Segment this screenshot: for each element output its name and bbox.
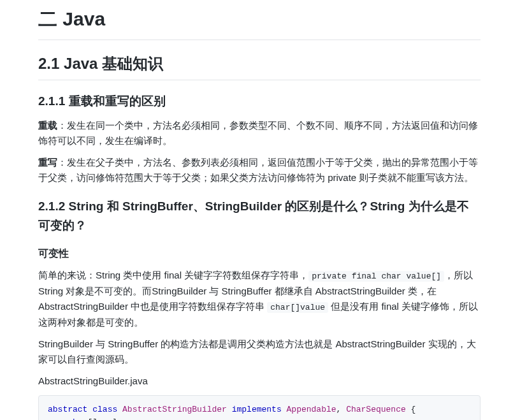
paragraph-filename: AbstractStringBuilder.java: [38, 373, 481, 389]
type-charsequence: CharSequence: [346, 405, 406, 414]
code-sp: [117, 405, 122, 414]
kw-implements: implements: [232, 405, 282, 414]
text-mut-1a: 简单的来说：String 类中使用 final 关键字字符数组保存字符串，: [38, 270, 308, 280]
code-sp: [227, 405, 232, 414]
part-heading-mutability: 可变性: [38, 246, 481, 262]
type-asb: AbstractStringBuilder: [122, 405, 227, 414]
kw-char: char: [68, 417, 87, 420]
inline-code-private-final: private final char value[]: [308, 271, 444, 282]
paragraph-mutability-2: StringBuilder 与 StringBuffer 的构造方法都是调用父类…: [38, 337, 481, 367]
text-override-body: ：发生在父子类中，方法名、参数列表必须相同，返回值范围小于等于父类，抛出的异常范…: [38, 157, 478, 183]
page-title: 二 Java: [38, 4, 481, 40]
code-sp: [282, 405, 287, 414]
text-overload-body: ：发生在同一个类中，方法名必须相同，参数类型不同、个数不同、顺序不同，方法返回值…: [38, 120, 478, 146]
code-sep: ,: [336, 405, 347, 414]
code-indent: [48, 417, 68, 420]
section-heading-2-1: 2.1 Java 基础知识: [38, 52, 481, 80]
term-override: 重写: [38, 157, 57, 168]
kw-abstract: abstract: [48, 405, 87, 414]
code-text: [] value;: [87, 417, 132, 420]
type-appendable: Appendable: [287, 405, 336, 414]
subsection-heading-2-1-1: 2.1.1 重载和重写的区别: [38, 92, 481, 111]
code-brace: {: [406, 405, 416, 414]
kw-class: class: [92, 405, 117, 414]
code-block-abstractstringbuilder: abstract class AbstractStringBuilder imp…: [38, 395, 481, 420]
paragraph-mutability-1: 简单的来说：String 类中使用 final 关键字字符数组保存字符串，pri…: [38, 268, 481, 330]
term-overload: 重载: [38, 120, 57, 131]
subsection-heading-2-1-2: 2.1.2 String 和 StringBuffer、StringBuilde…: [38, 197, 481, 236]
paragraph-overload: 重载：发生在同一个类中，方法名必须相同，参数类型不同、个数不同、顺序不同，方法返…: [38, 118, 481, 148]
paragraph-override: 重写：发生在父子类中，方法名、参数列表必须相同，返回值范围小于等于父类，抛出的异…: [38, 155, 481, 185]
inline-code-char-value: char[]value: [267, 302, 328, 313]
